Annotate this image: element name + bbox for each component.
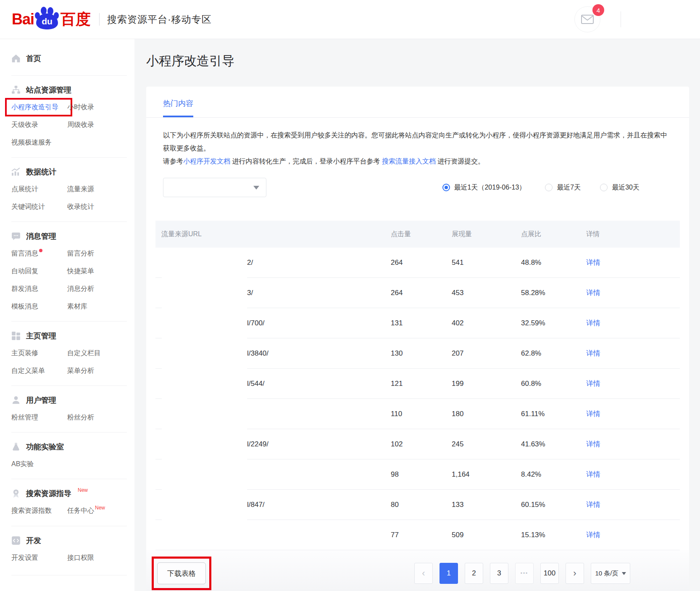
- intro-paragraph-1: 以下为小程序所关联站点的资源中，在搜索受到用户较多关注的内容。您可据此将站点内容…: [163, 129, 672, 155]
- main-content: 小程序改造引导 热门内容 以下为小程序所关联站点的资源中，在搜索受到用户较多关注…: [134, 39, 700, 591]
- col-detail: 详情: [586, 230, 680, 239]
- detail-link[interactable]: 详情: [586, 501, 600, 509]
- sidebar-item-api-permissions[interactable]: 接口权限: [67, 553, 94, 562]
- sidebar-item-inclusion-stats[interactable]: 收录统计: [67, 202, 94, 211]
- sidebar-item-auto-reply[interactable]: 自动回复: [11, 266, 38, 276]
- sidebar-item-click-impression-stats[interactable]: 点展统计: [11, 185, 38, 194]
- detail-link[interactable]: 详情: [586, 440, 600, 448]
- page-size-select[interactable]: 10 条/页: [591, 563, 630, 584]
- section-title: 数据统计: [26, 167, 56, 177]
- sidebar-item-asset-library[interactable]: 素材库: [67, 302, 87, 311]
- miniprogram-dev-doc-link[interactable]: 小程序开发文档: [183, 158, 230, 165]
- page-title: 小程序改造引导: [146, 53, 689, 70]
- sidebar-item-hourly-inclusion[interactable]: 小时收录: [67, 103, 94, 112]
- clicks-value: 110: [391, 410, 452, 418]
- logo-text-cn: 百度: [61, 9, 91, 30]
- section-search-resource-guide: 搜索资源指导 New 搜索资源指数 任务中心New: [11, 479, 127, 526]
- sidebar-item-fans-analysis[interactable]: 粉丝分析: [67, 413, 94, 422]
- section-data-statistics: 数据统计 点展统计 流量来源 关键词统计 收录统计: [11, 157, 127, 222]
- ctr-value: 15.13%: [521, 531, 586, 539]
- radio-last-7-days[interactable]: 最近7天: [545, 183, 581, 192]
- section-title: 用户管理: [26, 395, 56, 405]
- impressions-value: 180: [452, 410, 521, 418]
- page-ellipsis[interactable]: •••: [515, 563, 534, 584]
- section-title: 功能实验室: [26, 442, 64, 452]
- sidebar-item-custom-menu[interactable]: 自定义菜单: [11, 366, 45, 375]
- sidebar-item-daily-inclusion[interactable]: 天级收录: [11, 120, 38, 129]
- sidebar-item-custom-sections[interactable]: 自定义栏目: [67, 348, 101, 358]
- code-icon: [11, 536, 21, 545]
- logo-text-du: du: [42, 16, 53, 26]
- detail-link[interactable]: 详情: [586, 319, 600, 327]
- sidebar-item-homepage-decoration[interactable]: 主页装修: [11, 348, 38, 358]
- unread-dot: [39, 249, 42, 252]
- sidebar-item-video-express-service[interactable]: 视频极速服务: [11, 138, 52, 147]
- sidebar-item-comment-analysis[interactable]: 留言分析: [67, 249, 94, 258]
- radio-selected-icon: [442, 184, 450, 191]
- chevron-down-icon: [622, 572, 626, 575]
- platform-title: 搜索资源平台·移动专区: [107, 13, 212, 26]
- sidebar-item-traffic-source[interactable]: 流量来源: [67, 185, 94, 194]
- sidebar-item-search-resource-index[interactable]: 搜索资源指数: [11, 506, 52, 516]
- impressions-value: 1,164: [452, 470, 521, 479]
- clicks-value: 102: [391, 440, 452, 449]
- sidebar-item-dev-settings[interactable]: 开发设置: [11, 553, 38, 562]
- tab-hot-content[interactable]: 热门内容: [163, 98, 193, 117]
- sidebar-item-home[interactable]: 首页: [11, 39, 127, 75]
- section-homepage-management: 主页管理 主页装修 自定义栏目 自定义菜单 菜单分析: [11, 321, 127, 385]
- sidebar-item-weekly-inclusion[interactable]: 周级收录: [67, 120, 94, 129]
- sidebar-item-keyword-stats[interactable]: 关键词统计: [11, 202, 45, 211]
- clicks-value: 130: [391, 349, 452, 358]
- col-ctr: 点展比: [521, 230, 586, 239]
- page-button-100[interactable]: 100: [540, 563, 559, 584]
- home-icon: [11, 54, 21, 63]
- search-traffic-doc-link[interactable]: 搜索流量接入文档: [382, 158, 436, 165]
- chart-icon: [11, 167, 21, 177]
- new-badge: New: [78, 487, 88, 493]
- radio-last-30-days[interactable]: 最近30天: [600, 183, 639, 192]
- sidebar-item-message-analysis[interactable]: 消息分析: [67, 284, 94, 293]
- radio-last-1-day[interactable]: 最近1天（2019-06-13）: [442, 183, 526, 192]
- detail-link[interactable]: 详情: [586, 259, 600, 266]
- detail-link[interactable]: 详情: [586, 531, 600, 539]
- mail-icon: [581, 15, 594, 24]
- detail-link[interactable]: 详情: [586, 470, 600, 478]
- table-header: 流量来源URL 点击量 展现量 点展比 详情: [155, 221, 680, 248]
- mail-button[interactable]: 4: [574, 6, 600, 32]
- baidu-logo[interactable]: Bai du 百度: [12, 7, 91, 32]
- detail-link[interactable]: 详情: [586, 410, 600, 418]
- clicks-value: 131: [391, 319, 452, 327]
- sidebar-item-menu-analysis[interactable]: 菜单分析: [67, 366, 94, 375]
- traffic-table: 流量来源URL 点击量 展现量 点展比 详情 2/ 264 541 48.8% …: [155, 221, 680, 550]
- impressions-value: 541: [452, 259, 521, 267]
- col-traffic-source-url: 流量来源URL: [155, 230, 391, 239]
- intro-text: 以下为小程序所关联站点的资源中，在搜索受到用户较多关注的内容。您可据此将站点内容…: [146, 118, 689, 168]
- col-impressions: 展现量: [452, 230, 521, 239]
- tab-bar: 热门内容: [146, 87, 689, 118]
- ctr-value: 48.8%: [521, 259, 586, 267]
- page-button-1[interactable]: 1: [439, 563, 458, 584]
- detail-link[interactable]: 详情: [586, 349, 600, 357]
- page-button-3[interactable]: 3: [490, 563, 508, 584]
- site-select-dropdown[interactable]: [163, 178, 266, 197]
- next-page-button[interactable]: ›: [566, 563, 584, 584]
- prev-page-button[interactable]: ‹: [414, 563, 433, 584]
- detail-link[interactable]: 详情: [586, 289, 600, 297]
- sidebar-item-broadcast-messages[interactable]: 群发消息: [11, 284, 38, 293]
- sidebar-item-ab-test[interactable]: AB实验: [11, 459, 34, 469]
- date-range-radios: 最近1天（2019-06-13） 最近7天 最近30天: [442, 183, 639, 192]
- sidebar-item-miniprogram-guide[interactable]: 小程序改造引导: [11, 103, 58, 112]
- ctr-value: 62.8%: [521, 349, 586, 358]
- sidebar-item-fans-management[interactable]: 粉丝管理: [11, 413, 38, 422]
- detail-link[interactable]: 详情: [586, 380, 600, 388]
- clicks-value: 121: [391, 380, 452, 388]
- header-right-divider: [621, 11, 621, 27]
- sidebar-item-comment-messages[interactable]: 留言消息: [11, 249, 42, 258]
- table-footer: 下载表格 ‹ 1 2 3 ••• 100 › 10 条/页: [146, 550, 689, 591]
- sidebar-item-task-center[interactable]: 任务中心New: [67, 506, 105, 516]
- page-button-2[interactable]: 2: [465, 563, 483, 584]
- download-table-button[interactable]: 下载表格: [157, 562, 206, 584]
- ctr-value: 58.28%: [521, 289, 586, 297]
- sidebar-item-template-messages[interactable]: 模板消息: [11, 302, 38, 311]
- sidebar-item-quick-menu[interactable]: 快捷菜单: [67, 266, 94, 276]
